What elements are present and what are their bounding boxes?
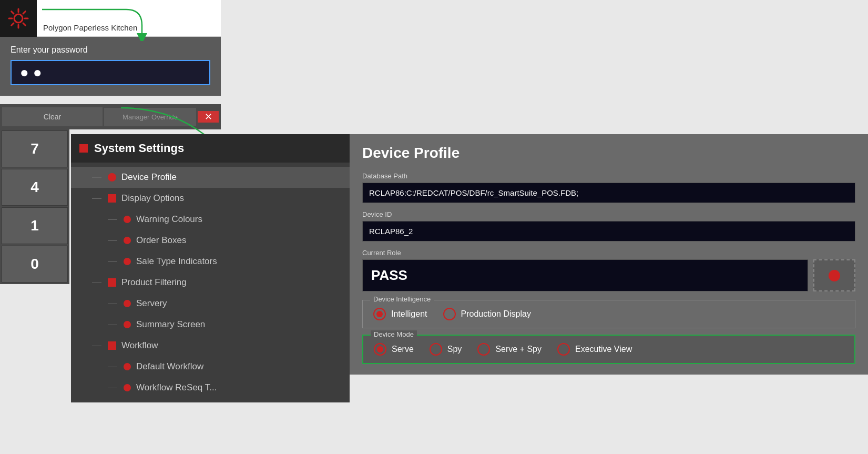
numpad: 7 4 1 0: [0, 129, 69, 284]
device-intelligence-title: Device Intelligence: [370, 295, 434, 303]
settings-tree: Device Profile Display Options Warning C…: [71, 163, 350, 402]
sidebar-item-warning-colours[interactable]: Warning Colours: [71, 209, 350, 230]
radio-outer-production-display: [443, 308, 456, 320]
password-dots: ●●: [20, 64, 46, 81]
radio-label-spy: Spy: [447, 345, 462, 354]
svg-point-0: [14, 14, 23, 23]
radio-label-serve-spy: Serve + Spy: [495, 345, 542, 354]
device-id-value[interactable]: RCLAP86_2: [362, 221, 855, 241]
password-input-box[interactable]: ●●: [11, 60, 210, 85]
sidebar-label-product-filtering: Product Filtering: [121, 277, 187, 288]
settings-title: System Settings: [94, 142, 184, 155]
current-role-label: Current Role: [362, 249, 855, 257]
branch-line: [108, 304, 117, 304]
radio-outer-spy: [430, 343, 442, 356]
square-icon: [108, 194, 116, 203]
radio-outer-executive-view: [557, 343, 570, 356]
db-path-value[interactable]: RCLAP86:C:/REDCAT/POS/DBF/rc_SmartSuite_…: [362, 183, 855, 203]
square-icon: [108, 278, 116, 287]
password-panel: Enter your password ●●: [0, 37, 221, 96]
dot-icon: [124, 258, 131, 265]
radio-label-intelligent: Intelligent: [391, 309, 427, 319]
num-key-0[interactable]: 0: [2, 246, 68, 283]
svg-line-8: [12, 23, 14, 25]
sidebar-label-workflow: Workflow: [121, 340, 158, 351]
radio-inner-serve: [377, 346, 383, 352]
radio-outer-serve-spy: [477, 343, 490, 356]
title-bar: Polygon Paperless Kitchen: [37, 0, 221, 37]
branch-line: [92, 283, 101, 283]
radio-production-display[interactable]: Production Display: [443, 308, 531, 320]
sidebar-item-sale-type-indicators[interactable]: Sale Type Indicators: [71, 251, 350, 272]
radio-spy[interactable]: Spy: [430, 343, 462, 356]
action-buttons-row: Clear Manager Override ✕: [0, 104, 221, 129]
radio-label-serve: Serve: [392, 345, 414, 354]
sidebar-label-servery: Servery: [136, 298, 167, 309]
mode-radio-row: Serve Spy Serve + Spy Executive View: [374, 343, 844, 356]
branch-line: [108, 261, 117, 262]
device-id-label: Device ID: [362, 210, 855, 218]
manager-override-button[interactable]: Manager Override: [104, 108, 196, 126]
sidebar-item-servery[interactable]: Servery: [71, 293, 350, 314]
current-role-input[interactable]: PASS: [362, 259, 808, 291]
intelligence-radio-row: Intelligent Production Display: [373, 308, 844, 320]
branch-line: [108, 219, 117, 220]
dot-icon: [108, 173, 116, 181]
sidebar-label-display-options: Display Options: [121, 193, 184, 204]
branch-line: [92, 198, 101, 199]
svg-line-6: [23, 23, 25, 25]
sidebar-item-product-filtering[interactable]: Product Filtering: [71, 272, 350, 293]
system-settings-panel: System Settings Device Profile Display O…: [71, 134, 350, 402]
dot-icon: [124, 363, 131, 370]
dot-icon: [124, 237, 131, 244]
device-intelligence-group: Device Intelligence Intelligent Producti…: [362, 300, 855, 328]
radio-serve[interactable]: Serve: [374, 343, 414, 356]
db-path-label: Database Path: [362, 172, 855, 180]
radio-label-executive-view: Executive View: [575, 345, 632, 354]
current-role-button[interactable]: [813, 259, 855, 291]
sidebar-label-default-workflow: Default Workflow: [136, 361, 203, 372]
device-profile-panel: Device Profile Database Path RCLAP86:C:/…: [350, 134, 868, 375]
dot-icon: [124, 300, 131, 307]
app-title: Polygon Paperless Kitchen: [43, 23, 137, 32]
clear-button[interactable]: Clear: [2, 107, 103, 126]
sidebar-item-display-options[interactable]: Display Options: [71, 188, 350, 209]
num-key-4[interactable]: 4: [2, 169, 68, 206]
svg-line-5: [12, 12, 14, 14]
branch-line: [92, 346, 101, 346]
sidebar-label-warning-colours: Warning Colours: [136, 214, 202, 225]
panel-title: Device Profile: [362, 145, 855, 162]
sidebar-label-summary-screen: Summary Screen: [136, 319, 205, 330]
sidebar-label-device-profile: Device Profile: [121, 172, 177, 183]
radio-serve-spy[interactable]: Serve + Spy: [477, 343, 542, 356]
sidebar-item-default-workflow[interactable]: Default Workflow: [71, 356, 350, 377]
dot-icon: [124, 321, 131, 328]
settings-header-icon: [79, 144, 88, 153]
branch-line: [108, 388, 117, 388]
radio-inner-intelligent: [376, 311, 383, 317]
sidebar-label-workflow-reseq: Workflow ReSeq T...: [136, 382, 217, 393]
device-mode-group: Device Mode Serve Spy Serve + Spy: [362, 335, 855, 364]
sidebar-item-workflow-reseq[interactable]: Workflow ReSeq T...: [71, 377, 350, 398]
sidebar-label-sale-type-indicators: Sale Type Indicators: [136, 256, 217, 267]
sidebar-item-workflow[interactable]: Workflow: [71, 335, 350, 356]
gear-icon: [7, 7, 30, 30]
radio-executive-view[interactable]: Executive View: [557, 343, 632, 356]
current-role-row: PASS: [362, 259, 855, 291]
radio-outer-intelligent: [373, 308, 386, 320]
app-icon: [0, 0, 37, 37]
dot-icon: [124, 384, 131, 391]
branch-line: [92, 177, 101, 178]
svg-line-7: [23, 12, 25, 14]
close-button[interactable]: ✕: [198, 111, 219, 123]
radio-intelligent[interactable]: Intelligent: [373, 308, 427, 320]
sidebar-item-summary-screen[interactable]: Summary Screen: [71, 314, 350, 335]
num-key-1[interactable]: 1: [2, 207, 68, 244]
settings-header: System Settings: [71, 134, 350, 163]
device-mode-title: Device Mode: [371, 330, 417, 338]
sidebar-label-order-boxes: Order Boxes: [136, 235, 186, 246]
num-key-7[interactable]: 7: [2, 130, 68, 167]
branch-line: [108, 325, 117, 325]
sidebar-item-order-boxes[interactable]: Order Boxes: [71, 230, 350, 251]
sidebar-item-device-profile[interactable]: Device Profile: [71, 167, 350, 188]
